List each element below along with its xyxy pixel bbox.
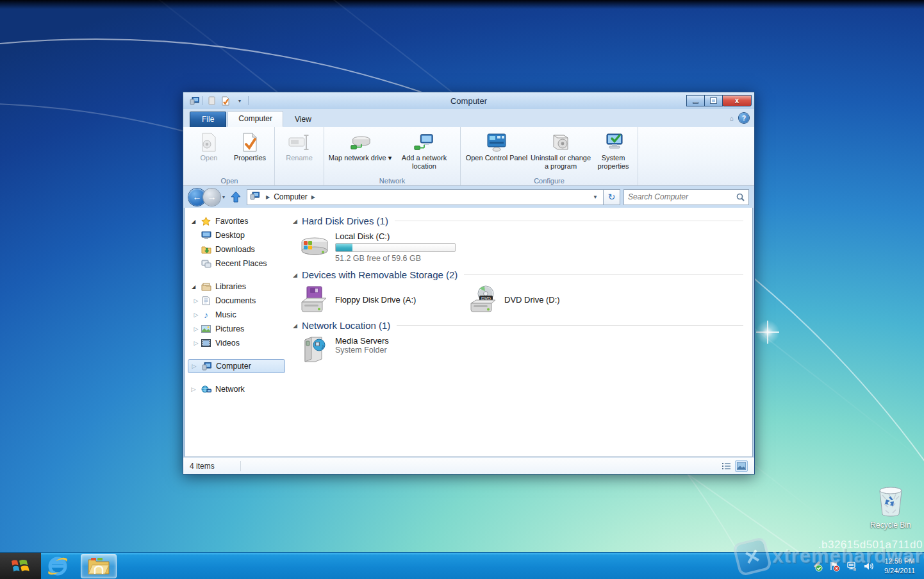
- map-network-drive-button[interactable]: Map network drive ▾: [328, 131, 392, 175]
- properties-button[interactable]: Properties: [229, 131, 270, 175]
- tab-computer[interactable]: Computer: [227, 111, 283, 127]
- ribbon-group-label-configure: Configure: [461, 177, 638, 185]
- search-box: [623, 189, 749, 205]
- build-watermark: .b32615d501a711d0: [818, 539, 923, 551]
- recycle-bin-icon: [876, 485, 905, 517]
- system-properties-button[interactable]: System properties: [593, 131, 634, 175]
- recycle-bin-desktop-icon[interactable]: Recycle Bin: [870, 485, 911, 530]
- tab-file[interactable]: File: [190, 112, 226, 127]
- network-item-media-servers[interactable]: ♪ Media Servers System Folder: [299, 336, 743, 364]
- drive-floppy-a[interactable]: Floppy Disk Drive (A:): [299, 285, 462, 314]
- breadcrumb-arrow-icon[interactable]: ▶: [308, 194, 319, 200]
- libraries-icon: [201, 282, 211, 292]
- close-icon: x: [735, 96, 739, 105]
- details-view-button[interactable]: [720, 460, 732, 472]
- thumbnail-view-button[interactable]: [735, 460, 748, 472]
- search-icon[interactable]: [736, 193, 745, 201]
- ribbon-group-rename: Rename: [275, 127, 324, 185]
- maximize-icon: [711, 98, 716, 103]
- videos-icon: [201, 339, 211, 348]
- minimize-button[interactable]: [686, 95, 705, 106]
- address-dropdown-icon[interactable]: ▼: [593, 194, 600, 200]
- sidebar-item-music[interactable]: ▷ ♪ Music: [185, 308, 288, 322]
- rename-icon: [288, 132, 310, 153]
- svg-text:♪: ♪: [321, 342, 325, 350]
- navigation-pane: ◢ Favorites Desktop Downloads Recent Pla…: [185, 208, 288, 457]
- dvd-drive-icon: DVD: [468, 285, 499, 314]
- action-center-flag-icon[interactable]: [829, 560, 840, 572]
- title-bar[interactable]: Computer ▾ x: [183, 92, 754, 109]
- help-icon[interactable]: ?: [739, 113, 749, 123]
- item-count: 4 items: [190, 462, 215, 471]
- recent-pages-chevron-icon[interactable]: ▾: [222, 194, 225, 200]
- sidebar-item-favorites[interactable]: ◢ Favorites: [185, 214, 288, 228]
- ribbon-group-configure: Open Control Panel Uninstall or change a…: [461, 127, 638, 185]
- expander-collapsed-icon[interactable]: ▷: [191, 363, 197, 369]
- sidebar-item-computer[interactable]: ▷ Computer: [188, 359, 285, 373]
- clock-time: 12:59 PM: [884, 557, 915, 566]
- section-header-removable-storage[interactable]: ◢ Devices with Removable Storage (2): [293, 269, 743, 280]
- network-tray-icon[interactable]: [846, 560, 857, 572]
- close-button[interactable]: x: [722, 95, 752, 106]
- sidebar-item-desktop[interactable]: Desktop: [185, 228, 288, 242]
- section-header-network-location[interactable]: ◢ Network Location (1): [293, 320, 743, 331]
- uninstall-program-button[interactable]: Uninstall or change a program: [529, 131, 593, 175]
- sidebar-item-videos[interactable]: ▷ Videos: [185, 336, 288, 350]
- ribbon: Open Properties Open Rename: [183, 127, 754, 186]
- taskbar-clock[interactable]: 12:59 PM 9/24/2011: [880, 557, 919, 575]
- rename-button[interactable]: Rename: [279, 131, 320, 175]
- tab-view[interactable]: View: [285, 112, 322, 127]
- expander-collapsed-icon[interactable]: ▷: [190, 386, 197, 392]
- sidebar-item-recent-places[interactable]: Recent Places: [185, 256, 288, 271]
- breadcrumb-item-computer[interactable]: Computer: [274, 192, 308, 201]
- section-expanded-icon[interactable]: ◢: [293, 323, 297, 329]
- sidebar-item-documents[interactable]: ▷ Documents: [185, 294, 288, 308]
- drive-name: DVD Drive (D:): [504, 295, 560, 305]
- expander-expanded-icon[interactable]: ◢: [190, 284, 197, 290]
- background-sparkle: [755, 319, 780, 345]
- sidebar-item-network[interactable]: ▷ Network: [185, 382, 288, 396]
- add-network-location-button[interactable]: Add a network location: [392, 131, 456, 175]
- sidebar-item-pictures[interactable]: ▷ Pictures: [185, 322, 288, 336]
- sidebar-item-downloads[interactable]: Downloads: [185, 242, 288, 256]
- sidebar-item-libraries[interactable]: ◢ Libraries: [185, 280, 288, 294]
- breadcrumb-arrow-icon[interactable]: ▶: [262, 194, 274, 200]
- start-button[interactable]: [0, 553, 41, 579]
- section-expanded-icon[interactable]: ◢: [293, 272, 297, 278]
- network-icon: [201, 385, 211, 394]
- ribbon-group-network: Map network drive ▾ Add a network locati…: [324, 127, 461, 185]
- search-input[interactable]: [628, 192, 736, 201]
- refresh-button[interactable]: ↻: [604, 189, 620, 205]
- taskbar-internet-explorer-button[interactable]: [41, 553, 74, 579]
- expander-collapsed-icon[interactable]: ▷: [193, 340, 199, 346]
- section-header-hard-disk-drives[interactable]: ◢ Hard Disk Drives (1): [293, 215, 743, 226]
- expander-expanded-icon[interactable]: ◢: [190, 219, 197, 224]
- taskbar-explorer-button[interactable]: [81, 554, 117, 578]
- drive-capacity-text: 51.2 GB free of 59.6 GB: [335, 254, 456, 263]
- minimize-icon: [693, 102, 698, 104]
- item-name: Media Servers: [335, 336, 389, 346]
- expander-collapsed-icon[interactable]: ▷: [193, 326, 199, 332]
- drive-dvd-d[interactable]: DVD DVD Drive (D:): [468, 285, 631, 314]
- open-control-panel-button[interactable]: Open Control Panel: [465, 131, 529, 175]
- open-button[interactable]: Open: [188, 131, 229, 175]
- explorer-window: Computer ▾ x File Computer View ⌂: [183, 92, 755, 474]
- expander-collapsed-icon[interactable]: ▷: [193, 312, 199, 318]
- internet-explorer-icon: [45, 555, 70, 577]
- clock-date: 9/24/2011: [884, 566, 915, 575]
- up-button[interactable]: [228, 189, 243, 205]
- status-bar: 4 items: [183, 457, 754, 474]
- expander-collapsed-icon[interactable]: ▷: [193, 298, 199, 304]
- volume-tray-icon[interactable]: [863, 560, 875, 572]
- forward-button[interactable]: →: [203, 189, 220, 206]
- section-expanded-icon[interactable]: ◢: [293, 218, 297, 224]
- details-view-icon: [722, 462, 730, 470]
- address-breadcrumb[interactable]: ▶ Computer ▶ ▼: [247, 189, 604, 205]
- safely-remove-hardware-icon[interactable]: [811, 560, 823, 572]
- maximize-button[interactable]: [704, 95, 723, 106]
- computer-icon: [250, 192, 260, 202]
- drive-local-disk-c[interactable]: Local Disk (C:) 51.2 GB free of 59.6 GB: [299, 231, 743, 263]
- ribbon-group-open: Open Properties Open: [185, 127, 275, 185]
- minimize-ribbon-icon[interactable]: ⌂: [730, 115, 734, 122]
- system-tray: 12:59 PM 9/24/2011: [811, 557, 924, 575]
